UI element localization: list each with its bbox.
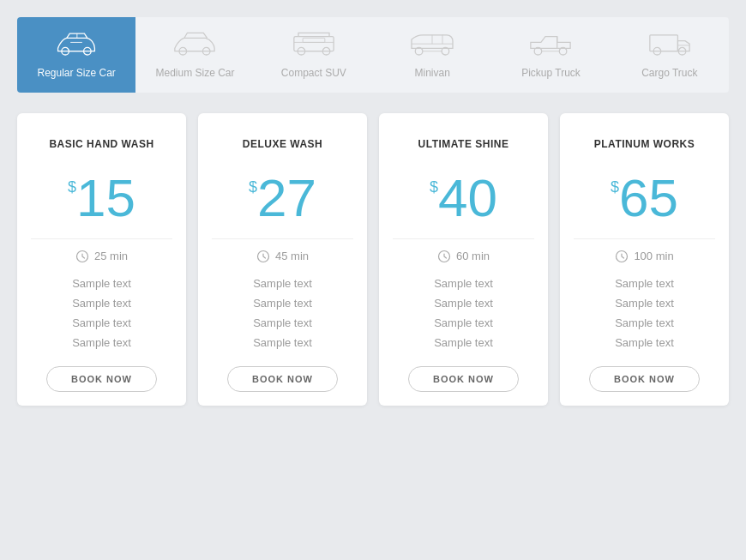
- feature-basic-3: Sample text: [72, 316, 131, 329]
- price-row-ultimate: $ 40: [430, 172, 497, 225]
- feature-basic-1: Sample text: [72, 277, 131, 290]
- compact-suv-icon: [288, 29, 340, 62]
- minivan-icon: [406, 29, 458, 62]
- vehicle-label-minivan: Minivan: [414, 67, 449, 81]
- vehicle-label-regular: Regular Size Car: [37, 67, 115, 81]
- clock-icon-basic: [75, 250, 89, 263]
- clock-icon-ultimate: [437, 250, 451, 263]
- time-row-deluxe: 45 min: [256, 250, 309, 263]
- time-label-deluxe: 45 min: [275, 250, 309, 262]
- feature-ultimate-4: Sample text: [434, 336, 493, 349]
- price-row-basic: $ 15: [68, 172, 135, 225]
- vehicle-item-medium[interactable]: Medium Size Car: [135, 17, 254, 93]
- price-amount-platinum: 65: [619, 172, 678, 225]
- features-deluxe: Sample text Sample text Sample text Samp…: [212, 277, 353, 349]
- time-row-ultimate: 60 min: [437, 250, 490, 263]
- vehicle-label-compact-suv: Compact SUV: [281, 67, 346, 81]
- plan-card-deluxe: DELUXE WASH $ 27 45 min Sample text Samp…: [198, 113, 367, 406]
- feature-platinum-4: Sample text: [615, 336, 674, 349]
- plan-card-basic: BASIC HAND WASH $ 15 25 min Sample text …: [17, 113, 186, 406]
- book-button-platinum[interactable]: BOOK NOW: [589, 366, 700, 392]
- divider-platinum: [574, 238, 715, 239]
- price-currency-deluxe: $: [249, 178, 257, 196]
- cargo-truck-icon: [644, 29, 695, 62]
- divider-ultimate: [393, 238, 534, 239]
- svg-rect-8: [303, 38, 325, 42]
- vehicle-label-medium: Medium Size Car: [155, 67, 234, 81]
- vehicle-label-pickup: Pickup Truck: [521, 67, 581, 81]
- plan-title-platinum: PLATINUM WORKS: [594, 130, 695, 158]
- price-amount-ultimate: 40: [438, 172, 497, 225]
- plan-card-platinum: PLATINUM WORKS $ 65 100 min Sample text …: [560, 113, 729, 406]
- features-platinum: Sample text Sample text Sample text Samp…: [574, 277, 715, 349]
- price-amount-deluxe: 27: [257, 172, 316, 225]
- clock-icon-deluxe: [256, 250, 270, 263]
- medium-car-icon: [169, 29, 220, 62]
- features-ultimate: Sample text Sample text Sample text Samp…: [393, 277, 534, 349]
- feature-ultimate-2: Sample text: [434, 297, 493, 310]
- price-currency-basic: $: [68, 178, 76, 196]
- vehicle-item-cargo[interactable]: Cargo Truck: [611, 17, 729, 93]
- time-label-basic: 25 min: [94, 250, 128, 262]
- svg-rect-5: [294, 37, 334, 51]
- price-amount-basic: 15: [76, 172, 135, 225]
- feature-basic-2: Sample text: [72, 297, 131, 310]
- price-row-platinum: $ 65: [611, 172, 678, 225]
- feature-platinum-2: Sample text: [615, 297, 674, 310]
- feature-platinum-1: Sample text: [615, 277, 674, 290]
- pickup-truck-icon: [525, 29, 576, 62]
- book-button-basic[interactable]: BOOK NOW: [46, 366, 157, 392]
- features-basic: Sample text Sample text Sample text Samp…: [31, 277, 172, 349]
- price-currency-ultimate: $: [430, 178, 438, 196]
- divider-deluxe: [212, 238, 353, 239]
- book-button-ultimate[interactable]: BOOK NOW: [408, 366, 519, 392]
- feature-platinum-3: Sample text: [615, 316, 674, 329]
- plan-title-ultimate: ULTIMATE SHINE: [418, 130, 509, 158]
- time-row-platinum: 100 min: [615, 250, 673, 263]
- plan-card-ultimate: ULTIMATE SHINE $ 40 60 min Sample text S…: [379, 113, 548, 406]
- plan-title-deluxe: DELUXE WASH: [243, 130, 323, 158]
- vehicle-label-cargo: Cargo Truck: [641, 67, 697, 81]
- vehicle-item-minivan[interactable]: Minivan: [373, 17, 491, 93]
- time-label-ultimate: 60 min: [456, 250, 490, 262]
- plan-title-basic: BASIC HAND WASH: [49, 130, 153, 158]
- vehicle-item-pickup[interactable]: Pickup Truck: [491, 17, 610, 93]
- feature-deluxe-1: Sample text: [253, 277, 312, 290]
- feature-deluxe-2: Sample text: [253, 297, 312, 310]
- divider-basic: [31, 238, 172, 239]
- clock-icon-platinum: [615, 250, 629, 263]
- time-row-basic: 25 min: [75, 250, 128, 263]
- vehicle-selector: Regular Size Car Medium Size Car: [17, 17, 729, 93]
- feature-ultimate-3: Sample text: [434, 316, 493, 329]
- price-row-deluxe: $ 27: [249, 172, 316, 225]
- feature-deluxe-4: Sample text: [253, 336, 312, 349]
- feature-ultimate-1: Sample text: [434, 277, 493, 290]
- feature-deluxe-3: Sample text: [253, 316, 312, 329]
- regular-car-icon: [51, 29, 102, 62]
- vehicle-item-regular[interactable]: Regular Size Car: [17, 17, 135, 93]
- feature-basic-4: Sample text: [72, 336, 131, 349]
- price-currency-platinum: $: [611, 178, 619, 196]
- time-label-platinum: 100 min: [634, 250, 673, 262]
- vehicle-item-compact-suv[interactable]: Compact SUV: [255, 17, 373, 93]
- book-button-deluxe[interactable]: BOOK NOW: [227, 366, 338, 392]
- pricing-cards-container: BASIC HAND WASH $ 15 25 min Sample text …: [17, 113, 729, 406]
